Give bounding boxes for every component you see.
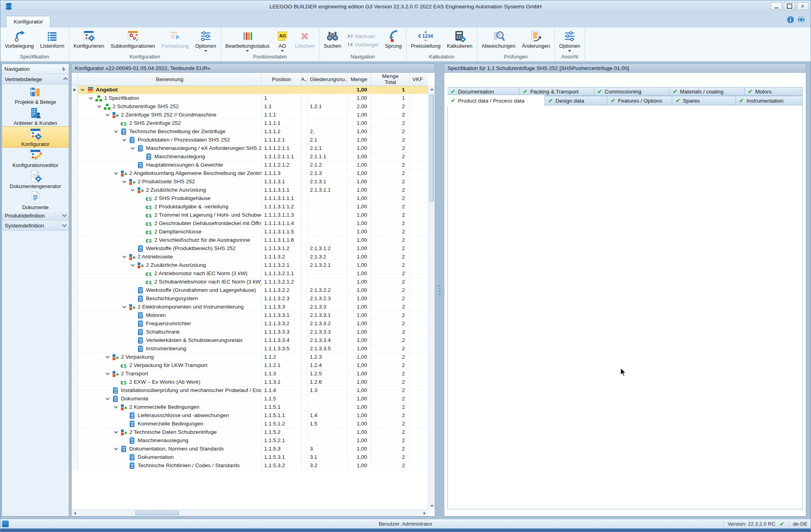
pin-icon[interactable] — [61, 66, 66, 72]
column-header-benennung[interactable]: Benennung — [78, 73, 262, 85]
table-row[interactable]: 2 Zusätzliche Ausrüstung 1.1.1.3.1.1 2.1… — [72, 186, 428, 194]
subkonfigurationen-button[interactable]: Subkonfigurationen — [107, 27, 158, 53]
table-row[interactable]: 2 Verschleißschutz für die Austragsrinne… — [72, 236, 428, 245]
scrollbar-thumb[interactable] — [135, 511, 179, 515]
table-row[interactable]: Frequenzumrichter 1.1.1.3.3.2 2.1.3.3.2 … — [72, 320, 428, 328]
aenderungen-button[interactable]: Änderungen — [519, 27, 553, 53]
table-row[interactable]: Instrumentierung 1.1.1.3.3.5 2.1.3.3.5 1… — [72, 345, 428, 353]
expand-chevron[interactable] — [114, 430, 118, 434]
table-row[interactable]: 2 Zusätzliche Ausrüstung 1.1.1.3.2.1 2.1… — [72, 261, 428, 270]
panel-splitter[interactable] — [437, 64, 442, 516]
table-row[interactable]: 2 Produktaufgabe & -verteilung 1.1.1.3.1… — [72, 203, 428, 211]
sidebar-group-vertriebsbelege[interactable]: Vertriebsbelege — [2, 74, 69, 84]
table-row[interactable]: 2 Schubzentrifuge SHS 252 1.1 1.2.1 2,00… — [72, 103, 428, 111]
table-row[interactable]: 2 Produktseite SHS 252 1.1.1.3.1 2.1.3.1… — [72, 178, 428, 186]
table-row[interactable]: Technische Richtlinien / Codes / Standar… — [72, 462, 428, 470]
table-row[interactable]: Verteilerkästen & Schubsteuerungsrelais … — [72, 336, 428, 345]
sidebar-group-systemdefinition[interactable]: Systemdefinition — [2, 221, 69, 231]
expand-chevron[interactable] — [89, 96, 93, 100]
expand-chevron[interactable] — [106, 355, 110, 359]
table-row[interactable]: Motoren 1.1.1.3.3.1 2.1.3.3.1 1,00 2 — [72, 311, 428, 320]
table-row[interactable]: 2 Schubantriebsmotor nach IEC Norm (3 kW… — [72, 278, 428, 286]
maximize-button[interactable] — [784, 2, 795, 10]
tab-konfigurator[interactable]: Konfigurator — [6, 16, 51, 27]
column-header-vkf[interactable]: VKF — [410, 73, 428, 85]
table-row[interactable]: 2 Zentrifuge SHS 252 // Grundmaschine 1.… — [72, 111, 428, 119]
expand-chevron[interactable] — [81, 87, 85, 91]
vorbelegung-button[interactable]: Vorbelegung — [2, 27, 37, 53]
table-row[interactable]: Hauptabmessungen & Gewichte 1.1.1.2.1.2 … — [72, 161, 428, 169]
ao-button[interactable]: AO AO — [273, 27, 292, 53]
scroll-left-icon[interactable] — [74, 512, 76, 515]
table-row[interactable]: 1 Spezifikation 1 1,00 1 — [72, 94, 428, 103]
table-row[interactable]: 2 Angebotsumfang Allgemeine Beschreibung… — [72, 169, 428, 178]
expand-chevron[interactable] — [114, 129, 118, 133]
table-row[interactable]: Produktdaten / Prozessdaten SHS 252 1.1.… — [72, 136, 428, 144]
table-row[interactable]: 2 Transport 1.1.3 1.2.5 1,00 2 — [72, 370, 428, 378]
expand-chevron[interactable] — [131, 146, 135, 150]
table-row[interactable]: Angebot 1,00 1 — [72, 86, 428, 94]
spec-tab[interactable]: Features / Options — [607, 96, 672, 105]
expand-chevron[interactable] — [106, 396, 110, 400]
sidebar-group-produktdefinition[interactable]: Produktdefinition — [2, 211, 69, 221]
horizontal-scrollbar[interactable] — [72, 509, 428, 516]
sidebar-item-dokumentengenerator[interactable]: Dokumentengenerator — [2, 169, 69, 190]
expand-chevron[interactable] — [106, 113, 110, 116]
table-row[interactable]: Dokumentation 1.1.5.3.1 3.1 1,00 2 — [72, 453, 428, 462]
table-row[interactable]: 2 Elektrokomponenten und Instrumentierun… — [72, 303, 428, 311]
spec-tab[interactable]: Spares — [672, 96, 736, 105]
kalkulieren-button[interactable]: Kalkulieren — [443, 27, 475, 53]
sidebar-item-anbieter-kunden[interactable]: Anbieter & Kunden — [2, 105, 69, 126]
table-row[interactable]: Werkstoffe (Produktbereich) SHS 252 1.1.… — [72, 245, 428, 253]
column-header-position[interactable]: Position — [262, 73, 301, 85]
scroll-right-icon[interactable] — [424, 512, 426, 515]
expand-chevron[interactable] — [114, 447, 118, 450]
table-row[interactable]: Technische Beschreibung der Zentrifuge 1… — [72, 128, 428, 136]
globe-icon[interactable] — [797, 16, 805, 23]
abweichungen-button[interactable]: Abweichungen — [478, 27, 519, 53]
table-row[interactable]: 2 EXW – Ex Works (Ab Werk) 1.1.3.1 1.2.6… — [72, 378, 428, 386]
table-row[interactable]: Schaltschrank 1.1.1.3.3.3 2.1.3.3.3 1,00… — [72, 328, 428, 336]
optionen-ansicht-button[interactable]: Optionen — [556, 27, 583, 53]
expand-chevron[interactable] — [97, 104, 101, 108]
table-row[interactable]: Dokumente 1.1.5 1,00 2 — [72, 395, 428, 403]
table-row[interactable]: 2 Geschraubter Gehäusefrontdeckel mit Öf… — [72, 219, 428, 228]
table-row[interactable]: 2 Kommerzielle Bedingungen 1.1.5.1 1,00 … — [72, 403, 428, 412]
table-row[interactable]: Beschichtungssystem 1.1.1.3.2.3 2.1.3.2.… — [72, 295, 428, 303]
spec-tab[interactable]: Product data / Process data — [447, 95, 545, 106]
table-row[interactable]: Werkstoffe (Grundrahmen und Lagergehäuse… — [72, 286, 428, 295]
table-row[interactable]: 2 SHS Produktgehäuse 1.1.1.3.1.1.1 1,00 … — [72, 194, 428, 203]
expand-chevron[interactable] — [114, 405, 118, 409]
suchen-button[interactable]: Suchen — [321, 27, 344, 53]
sprung-button[interactable]: Sprung — [382, 27, 405, 53]
table-row[interactable]: 2 Verpackung 1.1.2 1.2.3 1,00 2 — [72, 353, 428, 361]
expand-chevron[interactable] — [123, 179, 126, 183]
expand-chevron[interactable] — [131, 263, 135, 267]
expand-chevron[interactable] — [123, 138, 126, 142]
listenform-button[interactable]: Listenform — [37, 27, 68, 53]
table-row[interactable]: Kommerzielle Bedingungen 1.1.5.1.2 1.5 1… — [72, 420, 428, 428]
minimize-button[interactable] — [771, 2, 782, 10]
spec-tab[interactable]: Materials / coating — [669, 87, 745, 96]
spec-tab[interactable]: Design data — [545, 96, 607, 105]
optionen-konfiguration-button[interactable]: Optionen — [192, 27, 220, 53]
table-row[interactable]: 2 Antriebsmotor nach IEC Norm (3 kW) 1.1… — [72, 270, 428, 278]
expand-chevron[interactable] — [123, 254, 126, 258]
scroll-up-icon[interactable] — [430, 88, 434, 90]
preisstellung-button[interactable]: +€ 1234− Preisstellung — [408, 27, 443, 53]
vertical-scrollbar[interactable] — [428, 86, 435, 509]
expand-chevron[interactable] — [131, 188, 135, 192]
konfigurieren-button[interactable]: Konfigurieren — [70, 27, 107, 53]
column-header-a[interactable]: A.. — [301, 73, 307, 85]
table-row[interactable]: 2 Dampfanschlüsse 1.1.1.3.1.1.5 1,00 2 — [72, 228, 428, 236]
table-row[interactable]: Lieferausschlüsse und -abweichungen 1.1.… — [72, 412, 428, 420]
close-button[interactable] — [797, 2, 808, 10]
table-row[interactable]: 2 SHS Zentrifuge 252 1.1.1.1 1,00 2 — [72, 119, 428, 128]
table-row[interactable]: Installationsüberprüfung und mechanische… — [72, 386, 428, 395]
table-row[interactable]: Maschinenauslegung 1.1.1.2.1.1.1 2.1.1.1… — [72, 153, 428, 161]
table-row[interactable]: 2 Antriebsseite 1.1.1.3.2 2.1.3.2 1,00 2 — [72, 253, 428, 261]
column-header-menge-total[interactable]: MengeTotal — [371, 73, 410, 85]
table-row[interactable]: 2 Technische Daten Schubzentrifuge 1.1.5… — [72, 428, 428, 437]
sidebar-item-dokumente[interactable]: Dokumente — [2, 190, 69, 211]
spec-tab[interactable]: Commissioning — [594, 87, 669, 96]
